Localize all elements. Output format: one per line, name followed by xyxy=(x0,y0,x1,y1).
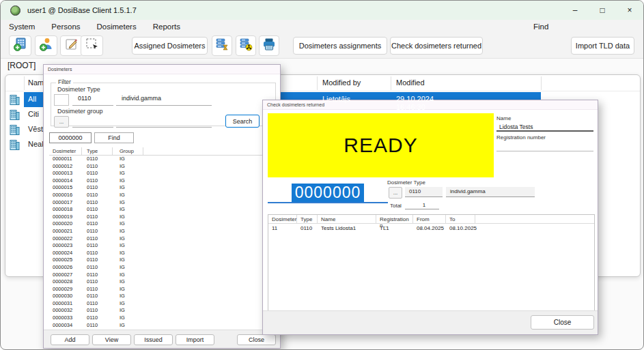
check-dosimeters-dialog: Check dosimeters returned READY Name Lid… xyxy=(262,100,598,335)
cell-group: IG xyxy=(113,199,143,207)
type-code-field[interactable]: 0110 xyxy=(72,93,113,106)
assignments-radiation-icon xyxy=(239,38,253,54)
assignments-radiation-button[interactable] xyxy=(236,35,256,56)
table-row[interactable]: 0000022 0110 IG xyxy=(49,235,276,243)
search-button[interactable]: Search xyxy=(225,115,260,128)
check-close-button[interactable]: Close xyxy=(531,315,594,330)
window-controls: – □ × xyxy=(561,1,643,20)
cell-group: IG xyxy=(113,156,143,163)
table-row[interactable]: 0000020 0110 IG xyxy=(49,220,276,228)
table-row[interactable]: 0000015 0110 IG xyxy=(49,184,276,192)
close-button[interactable]: × xyxy=(616,1,643,20)
table-row[interactable]: 0000018 0110 IG xyxy=(49,206,276,214)
table-row[interactable]: 0000033 0110 IG xyxy=(49,315,276,322)
table-row[interactable]: 0000029 0110 IG xyxy=(49,286,276,293)
add-button[interactable]: Add xyxy=(51,334,89,345)
quick-find-field[interactable]: 0000000 xyxy=(49,132,92,143)
column-header-modified[interactable]: Modified xyxy=(396,78,425,87)
cell-dosimeter: 0000012 xyxy=(49,163,82,171)
dosimeters-dialog-title: Dosimeters xyxy=(44,65,280,74)
col-name[interactable]: Name xyxy=(318,215,376,223)
table-row[interactable]: 0000021 0110 IG xyxy=(49,228,276,235)
dosimeters-close-button[interactable]: Close xyxy=(237,334,276,345)
tree-item-label[interactable]: All xyxy=(28,95,36,103)
cell-group: IG xyxy=(113,184,143,192)
check-type-name-field[interactable]: individ.gamma xyxy=(446,187,535,197)
table-row[interactable]: 0000031 0110 IG xyxy=(49,300,276,308)
cell-group: IG xyxy=(113,322,143,330)
col-type[interactable]: Type xyxy=(82,147,113,155)
cell-group: IG xyxy=(113,286,143,293)
cell-type: 0110 xyxy=(82,250,113,257)
root-node-label[interactable]: [ROOT] xyxy=(8,61,36,70)
col-to[interactable]: To xyxy=(446,215,475,223)
table-row[interactable]: 0000025 0110 IG xyxy=(49,257,276,264)
tree-item-label[interactable]: Citi xyxy=(28,110,39,118)
cell-dosimeter: 0000029 xyxy=(49,286,82,293)
table-row[interactable]: 0000017 0110 IG xyxy=(49,199,276,207)
col-group[interactable]: Group xyxy=(113,147,143,155)
table-row[interactable]: 0000026 0110 IG xyxy=(49,264,276,272)
menu-find[interactable]: Find xyxy=(525,23,557,31)
table-row[interactable]: 0000012 0110 IG xyxy=(49,163,276,171)
table-row[interactable]: 0000011 0110 IG xyxy=(49,156,276,163)
minimize-button[interactable]: – xyxy=(561,1,589,20)
col-dosimeter[interactable]: Dosimeter xyxy=(268,215,297,223)
cell-type: 0110 xyxy=(82,156,113,163)
dosimeters-table-header: Dosimeter Type Group xyxy=(49,147,276,156)
add-organization-button[interactable] xyxy=(9,35,31,56)
issued-button[interactable]: Issued xyxy=(134,334,173,345)
table-row[interactable]: 0000024 0110 IG xyxy=(49,250,276,257)
name-field[interactable]: Lidosta Tests xyxy=(496,122,593,132)
table-row[interactable]: 0000032 0110 IG xyxy=(49,307,276,315)
registration-number-field[interactable] xyxy=(496,142,593,151)
group-name-field[interactable] xyxy=(116,115,212,128)
group-code-field[interactable] xyxy=(72,115,113,128)
import-button[interactable]: Import xyxy=(176,334,214,345)
add-person-icon xyxy=(39,37,54,55)
col-dosimeter[interactable]: Dosimeter xyxy=(49,147,82,155)
cell-group: IG xyxy=(113,177,143,185)
table-row[interactable]: 0000019 0110 IG xyxy=(49,214,276,221)
select-area-button[interactable] xyxy=(81,35,103,56)
col-from[interactable]: From xyxy=(413,215,446,223)
menu-persons[interactable]: Persons xyxy=(43,23,88,31)
table-row[interactable]: 0000013 0110 IG xyxy=(49,170,276,177)
import-tld-data-button[interactable]: Import TLD data xyxy=(571,37,634,55)
table-row[interactable]: 0000028 0110 IG xyxy=(49,278,276,286)
check-dosimeters-returned-button[interactable]: Check dosimeters returned xyxy=(390,37,483,55)
assignments-pending-button[interactable] xyxy=(212,35,232,56)
check-dialog-button-strip: Close xyxy=(263,310,598,334)
type-name-field[interactable]: individ.gamma xyxy=(116,93,212,106)
cell-dosimeter: 0000020 xyxy=(49,220,82,228)
check-type-browse-button[interactable]: ... xyxy=(389,187,402,199)
dosimeters-assignments-button[interactable]: Dosimeters assignments xyxy=(293,37,387,55)
group-browse-button[interactable]: ... xyxy=(54,116,69,128)
table-row[interactable]: 0000023 0110 IG xyxy=(49,242,276,250)
maximize-button[interactable]: □ xyxy=(589,1,616,20)
menu-system[interactable]: System xyxy=(1,23,43,31)
print-button[interactable] xyxy=(259,35,279,56)
column-header-modified-by[interactable]: Modified by xyxy=(322,78,361,87)
table-row[interactable]: 0000027 0110 IG xyxy=(49,272,276,279)
table-row[interactable]: 0000030 0110 IG xyxy=(49,293,276,300)
view-button[interactable]: View xyxy=(92,334,131,345)
col-registration[interactable]: Registration n... xyxy=(376,215,413,223)
cell-dosimeter: 0000027 xyxy=(49,272,82,279)
table-row[interactable]: 0000016 0110 IG xyxy=(49,192,276,199)
check-type-code-field[interactable]: 0110 xyxy=(405,187,443,197)
cell-dosimeter: 0000016 xyxy=(49,192,82,199)
menu-dosimeters[interactable]: Dosimeters xyxy=(89,23,145,31)
col-type[interactable]: Type xyxy=(297,215,318,223)
scan-input-field[interactable]: 0000000 xyxy=(268,183,388,203)
cell-type: 0110 xyxy=(82,257,113,264)
menu-reports[interactable]: Reports xyxy=(145,23,188,31)
type-prefix-field[interactable] xyxy=(54,94,69,106)
table-row[interactable]: 0000034 0110 IG xyxy=(49,322,276,330)
edit-button[interactable] xyxy=(60,35,83,56)
table-row[interactable]: 0000014 0110 IG xyxy=(49,177,276,185)
assigned-dosimeters-button[interactable]: Assigned Dosimeters xyxy=(132,37,208,55)
find-button[interactable]: Find xyxy=(94,132,134,143)
add-person-button[interactable] xyxy=(35,35,57,56)
table-row[interactable]: 11 0110 Tests Lidosta1 TL1 08.04.2025 08… xyxy=(268,224,594,233)
